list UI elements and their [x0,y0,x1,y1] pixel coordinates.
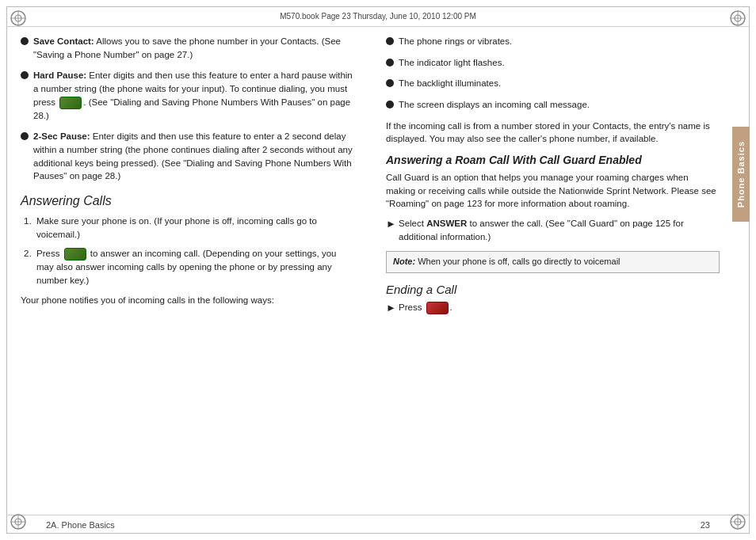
note-text: When your phone is off, calls go directl… [415,257,620,266]
send-button-icon [59,97,82,109]
bullet-screen: The screen displays an incoming call mes… [386,98,720,112]
note-label: Note: [393,257,415,266]
incoming-para: If the incoming call is from a number st… [386,120,720,146]
bullet-dot-1 [21,37,29,45]
bullet-dot-r3 [386,79,394,87]
bullet-save-contact: Save Contact: Allows you to save the pho… [21,35,354,61]
corner-bl-mark [10,513,27,530]
save-contact-label: Save Contact: [33,36,94,46]
bullet-hard-pause: Hard Pause: Enter digits and then use th… [21,69,354,122]
step-1: 1. Make sure your phone is on. (If your … [24,215,354,241]
right-column: The phone rings or vibrates. The indicat… [378,27,727,515]
roam-arrow-item: ► Select ANSWER to answer the call. (See… [386,217,720,243]
header-text: M570.book Page 23 Thursday, June 10, 201… [280,12,476,21]
answering-calls-heading: Answering Calls [21,194,354,208]
sidebar-tab: Phone Basics [732,127,750,222]
note-box: Note: When your phone is off, calls go d… [386,251,720,272]
2sec-pause-label: 2-Sec Pause: [33,131,90,141]
bullet-save-contact-text: Save Contact: Allows you to save the pho… [33,35,354,61]
header: M570.book Page 23 Thursday, June 10, 201… [6,6,750,27]
bullet-2sec-pause-text: 2-Sec Pause: Enter digits and then use t… [33,130,354,183]
arrow-sym-2: ► [386,301,399,316]
bullet-indicator: The indicator light flashes. [386,56,720,70]
step-2: 2. Press to answer an incoming call. (De… [24,247,354,287]
bullet-2sec-pause: 2-Sec Pause: Enter digits and then use t… [21,130,354,183]
hard-pause-label: Hard Pause: [33,70,86,80]
ending-arrow-item: ► Press . [386,301,720,316]
footer-left-text: 2A. Phone Basics [46,520,115,530]
left-column: Save Contact: Allows you to save the pho… [13,27,362,515]
corner-tl-mark [10,10,27,27]
corner-tr-mark [729,10,746,27]
roam-heading: Answering a Roam Call With Call Guard En… [386,154,720,166]
ending-heading: Ending a Call [386,283,720,296]
content-area: Save Contact: Allows you to save the pho… [13,27,727,515]
notify-text: Your phone notifies you of incoming call… [21,294,354,307]
end-button-icon [426,302,449,314]
ending-arrow-text: Press . [399,301,452,314]
bullet-hard-pause-text: Hard Pause: Enter digits and then use th… [33,69,354,122]
sidebar-tab-label: Phone Basics [736,141,746,207]
step-1-text: Make sure your phone is on. (If your pho… [36,215,354,241]
arrow-sym-1: ► [386,217,399,232]
bullet-backlight: The backlight illuminates. [386,77,720,90]
step-2-text: Press to answer an incoming call. (Depen… [36,247,354,287]
bullet-backlight-text: The backlight illuminates. [399,77,501,90]
answer-button-icon [64,248,86,260]
bullet-screen-text: The screen displays an incoming call mes… [399,98,590,112]
bullet-dot-r4 [386,101,394,108]
roam-para: Call Guard is an option that helps you m… [386,171,720,211]
footer: 2A. Phone Basics 23 [6,515,750,534]
answering-steps: 1. Make sure your phone is on. (If your … [24,215,354,287]
step-2-num: 2. [24,247,36,260]
roam-arrow-text: Select ANSWER to answer the call. (See "… [399,217,720,243]
press-text: Press [399,302,422,312]
footer-right-text: 23 [701,520,710,530]
bullet-indicator-text: The indicator light flashes. [399,56,505,70]
step-1-num: 1. [24,215,36,228]
bullet-rings-text: The phone rings or vibrates. [399,35,512,48]
bullet-dot-2 [21,71,29,79]
bullet-dot-r2 [386,59,394,67]
bullet-dot-r1 [386,37,394,45]
corner-br-mark [729,513,746,530]
bullet-rings: The phone rings or vibrates. [386,35,720,48]
bullet-dot-3 [21,132,29,140]
